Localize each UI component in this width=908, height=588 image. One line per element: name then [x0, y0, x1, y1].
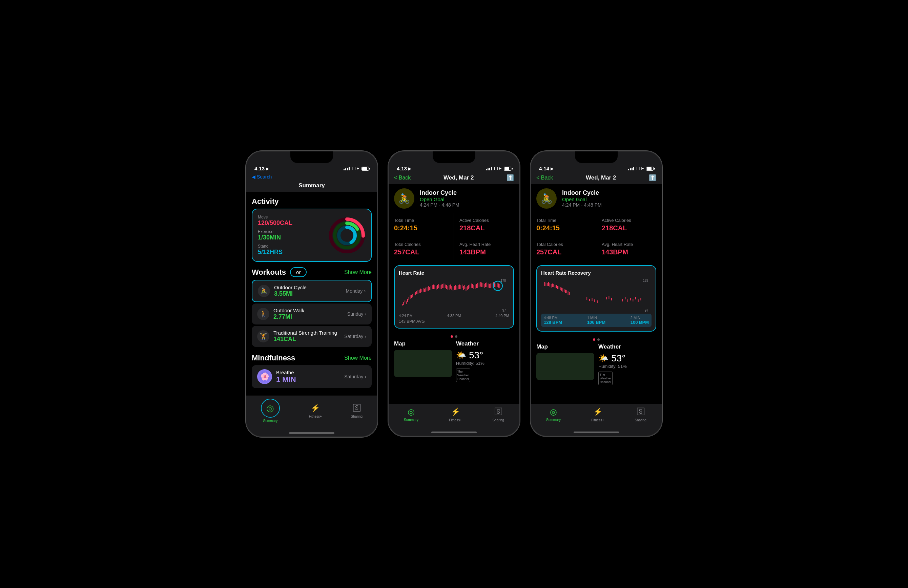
weather-channel-logo-2: TheWeatherChannel — [456, 368, 470, 382]
svg-rect-102 — [564, 289, 565, 292]
tab-sharing-3[interactable]: 🅂 Sharing — [634, 407, 646, 422]
mindfulness-card[interactable]: 🌸 Breathe 1 MIN Saturday › — [252, 365, 372, 388]
svg-rect-21 — [419, 289, 419, 293]
svg-rect-108 — [589, 299, 590, 301]
workout-item-0[interactable]: 🚴 Outdoor Cycle 3.55MI Monday › — [252, 280, 372, 302]
fitness-tab-icon-1: ⚡ — [310, 403, 320, 413]
svg-rect-96 — [556, 285, 557, 288]
tab-summary-2[interactable]: ◎ Summary — [404, 407, 419, 422]
svg-rect-77 — [492, 283, 492, 288]
svg-rect-81 — [497, 283, 498, 287]
chart-labels-2: 4:24 PM 4:32 PM 4:40 PM — [399, 314, 509, 318]
page-title-1: Summary — [298, 182, 325, 189]
stat-total-cal-2: Total Calories 257CAL — [389, 237, 454, 261]
svg-rect-26 — [425, 288, 426, 292]
battery-2 — [504, 167, 511, 171]
stat-heart-rate-2: Avg. Heart Rate 143BPM — [454, 237, 519, 261]
svg-rect-107 — [586, 297, 587, 300]
svg-rect-55 — [463, 286, 464, 290]
tab-sharing-1[interactable]: 🅂 Sharing — [351, 403, 362, 418]
tab-summary-3[interactable]: ◎ Summary — [546, 407, 561, 422]
summary-tab-icon-2: ◎ — [407, 407, 415, 417]
svg-rect-39 — [442, 284, 443, 288]
svg-rect-99 — [560, 287, 561, 290]
stat-active-cal-2: Active Calories 218CAL — [454, 213, 519, 237]
breathe-icon: 🌸 — [257, 369, 272, 384]
svg-rect-33 — [434, 285, 435, 289]
indoor-cycle-icon-2: 🚴 — [394, 188, 414, 209]
share-btn-3[interactable]: ⬆️ — [649, 174, 656, 182]
svg-rect-50 — [457, 286, 457, 290]
phone-1: 4:13 ▶ LTE ◀ Search — [246, 151, 378, 437]
svg-rect-35 — [437, 285, 438, 289]
dot-2-2 — [455, 335, 457, 338]
svg-rect-10 — [404, 300, 405, 302]
summary-tab-icon-3: ◎ — [550, 407, 557, 417]
sharing-tab-icon-2: 🅂 — [493, 407, 504, 417]
workout-item-1[interactable]: 🚶 Outdoor Walk 2.77MI Sunday › — [252, 304, 372, 325]
activity-card[interactable]: Move 120/500CAL Exercise 1/30MIN Stand 5… — [252, 209, 372, 262]
svg-rect-48 — [454, 286, 455, 290]
status-bar-1: 4:13 ▶ LTE — [246, 163, 377, 173]
tab-sharing-2[interactable]: 🅂 Sharing — [492, 407, 504, 422]
move-stat: Move 120/500CAL — [258, 215, 292, 227]
home-indicator-2 — [431, 432, 477, 433]
walk-icon: 🚶 — [257, 308, 269, 320]
search-back-1[interactable]: ◀ Search — [252, 174, 272, 180]
mindfulness-show-more[interactable]: Show More — [344, 355, 372, 361]
mindfulness-info: Breathe 1 MIN — [276, 370, 340, 384]
fitness-tab-icon-3: ⚡ — [592, 407, 603, 417]
svg-rect-98 — [559, 286, 559, 289]
svg-rect-8 — [402, 304, 403, 305]
battery-3 — [646, 167, 654, 171]
svg-rect-88 — [546, 283, 546, 286]
chart-title-2: Heart Rate — [399, 270, 509, 276]
back-btn-3[interactable]: < Back — [536, 175, 553, 181]
home-indicator-3 — [573, 432, 619, 433]
map-placeholder-3 — [536, 353, 594, 380]
or-button[interactable]: or — [290, 267, 307, 277]
move-value: 120/500CAL — [258, 220, 292, 227]
svg-rect-45 — [450, 284, 451, 289]
share-btn-2[interactable]: ⬆️ — [507, 174, 514, 182]
svg-rect-47 — [452, 287, 453, 291]
svg-text:129: 129 — [643, 279, 648, 283]
svg-rect-110 — [594, 299, 595, 302]
workout-name-0: Outdoor Cycle — [274, 284, 342, 290]
dot-indicators-2 — [389, 333, 519, 341]
workouts-show-more[interactable]: Show More — [344, 269, 372, 275]
svg-rect-83 — [499, 284, 500, 288]
tab-fitness-1[interactable]: ⚡ Fitness+ — [309, 403, 322, 418]
stand-label: Stand — [258, 244, 292, 249]
workout-goal-3: Open Goal — [562, 196, 602, 202]
summary-tab-label-3: Summary — [546, 418, 561, 422]
workout-time-range-3: 4:24 PM - 4:48 PM — [562, 202, 602, 207]
workout-item-2[interactable]: 🏋️ Traditional Strength Training 141CAL … — [252, 326, 372, 347]
stand-stat: Stand 5/12HRS — [258, 244, 292, 256]
nav-title-3: Wed, Mar 2 — [586, 174, 616, 181]
workout-value-0: 3.55MI — [274, 290, 342, 297]
phone-2: 4:13 ▶ LTE < Back Wed, Mar 2 ⬆ — [388, 151, 520, 437]
sharing-tab-label-2: Sharing — [492, 418, 504, 422]
svg-rect-16 — [412, 294, 413, 297]
svg-rect-80 — [496, 283, 496, 287]
map-section-2: Map — [394, 341, 452, 382]
nav-title-2: Wed, Mar 2 — [443, 174, 474, 181]
workout-header-3: 🚴 Indoor Cycle Open Goal 4:24 PM - 4:48 … — [531, 184, 662, 213]
home-indicator-1 — [289, 432, 335, 434]
workout-value-2: 141CAL — [274, 336, 340, 343]
tab-fitness-3[interactable]: ⚡ Fitness+ — [591, 407, 604, 422]
back-btn-2[interactable]: < Back — [394, 175, 411, 181]
tab-fitness-2[interactable]: ⚡ Fitness+ — [449, 407, 462, 422]
weather-temp-3: 53° — [611, 353, 625, 364]
location-icon-2: ▶ — [408, 166, 411, 171]
svg-rect-66 — [477, 283, 478, 288]
workout-day-2: Saturday › — [344, 334, 366, 339]
svg-rect-97 — [557, 286, 558, 289]
tab-summary-1[interactable]: ◎ Summary — [261, 398, 280, 423]
workout-header-2: 🚴 Indoor Cycle Open Goal 4:24 PM - 4:48 … — [389, 184, 519, 213]
cycle-icon: 🚴 — [258, 285, 270, 297]
svg-rect-75 — [489, 284, 490, 288]
chart-avg-2: 143 BPM AVG — [399, 319, 509, 324]
svg-rect-52 — [459, 284, 460, 289]
